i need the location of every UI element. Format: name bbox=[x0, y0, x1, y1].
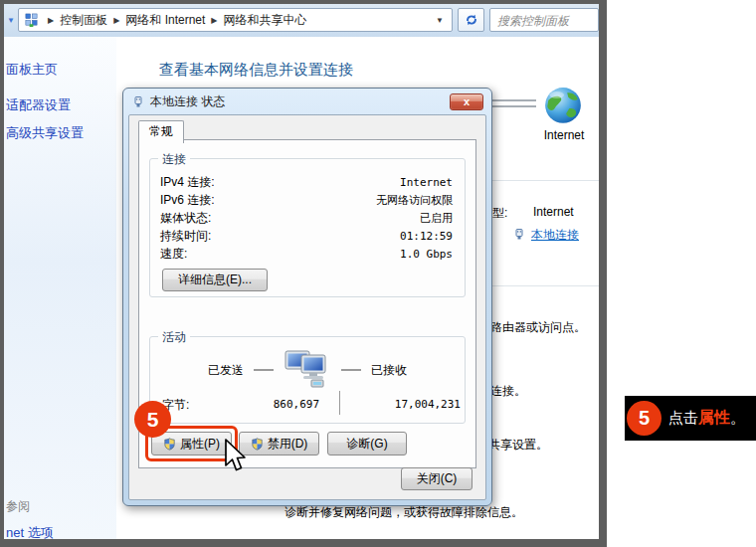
annotation-step-badge: 5 bbox=[627, 401, 662, 436]
sidebar-item-internet-options[interactable]: net 选项 bbox=[6, 524, 54, 539]
breadcrumb-separator-icon: ▶ bbox=[113, 16, 119, 25]
dialog-titlebar: 本地连接 状态 bbox=[123, 89, 491, 114]
connection-icon bbox=[513, 227, 525, 245]
annotation-text: 点击属性。 bbox=[668, 408, 745, 429]
status-row: 持续时间: 01:12:59 bbox=[160, 227, 453, 245]
access-type-label: 型: bbox=[492, 205, 507, 222]
step-badge: 5 bbox=[134, 401, 171, 438]
received-label: 已接收 bbox=[371, 362, 407, 379]
clipped-task-text: 连接。 bbox=[490, 383, 526, 400]
local-connection-link[interactable]: 本地连接 bbox=[531, 227, 579, 244]
disable-button-label: 禁用(D) bbox=[268, 436, 308, 453]
disable-button[interactable]: 禁用(D) bbox=[239, 432, 319, 456]
row-label: IPv6 连接: bbox=[160, 192, 215, 209]
sidebar: 面板主页 适配器设置 高级共享设置 参阅 net 选项 bbox=[4, 37, 116, 539]
bytes-received-value: 17,004,231 bbox=[349, 398, 461, 411]
activity-row: 已发送 bbox=[150, 349, 465, 391]
breadcrumb-item-network-sharing-center[interactable]: 网络和共享中心 bbox=[224, 12, 307, 29]
dialog-body: 常规 连接 IPv4 连接: Internet IPv6 连接: 无网络访问权限 bbox=[128, 114, 486, 500]
diagnose-button[interactable]: 诊断(G) bbox=[327, 432, 407, 456]
annotation-text-suffix: 。 bbox=[730, 409, 745, 426]
value-divider bbox=[339, 391, 340, 415]
row-value: 已启用 bbox=[420, 211, 453, 226]
properties-button[interactable]: 属性(P) bbox=[151, 432, 232, 456]
activity-group-label: 活动 bbox=[158, 329, 190, 346]
uac-shield-icon bbox=[251, 438, 264, 451]
close-dialog-button[interactable]: 关闭(C) bbox=[401, 467, 472, 490]
search-input[interactable]: 搜索控制面板 bbox=[497, 13, 569, 30]
row-value: 无网络访问权限 bbox=[376, 193, 453, 208]
local-connection-status-dialog: 本地连接 状态 x 常规 连接 IPv4 连接: Internet IPv6 连… bbox=[122, 88, 492, 506]
sidebar-item-advanced-sharing-settings[interactable]: 高级共享设置 bbox=[6, 124, 84, 142]
uac-shield-icon bbox=[163, 438, 176, 451]
network-sharing-center-icon bbox=[24, 13, 39, 28]
sidebar-item-change-adapter-settings[interactable]: 适配器设置 bbox=[6, 96, 71, 114]
connector-line bbox=[341, 369, 361, 371]
close-icon: x bbox=[464, 95, 470, 107]
access-type-value: Internet bbox=[533, 205, 574, 219]
connection-group-label: 连接 bbox=[158, 151, 190, 168]
address-bar: ▼ ▶ 控制面板 ▶ 网络和 Internet ▶ 网络和共享中心 bbox=[4, 4, 599, 37]
cursor-icon bbox=[223, 439, 249, 478]
details-button-label: 详细信息(E)... bbox=[178, 272, 252, 288]
network-map-line bbox=[490, 99, 536, 107]
troubleshoot-text: 诊断并修复网络问题，或获得故障排除信息。 bbox=[284, 504, 523, 521]
window-content: ▼ ▶ 控制面板 ▶ 网络和 Internet ▶ 网络和共享中心 bbox=[4, 4, 599, 539]
page-title: 查看基本网络信息并设置连接 bbox=[159, 61, 353, 80]
status-row: 速度: 1.0 Gbps bbox=[160, 245, 453, 263]
properties-button-label: 属性(P) bbox=[180, 436, 220, 453]
bytes-sent-value: 860,697 bbox=[210, 398, 319, 411]
row-label: IPv4 连接: bbox=[160, 174, 215, 191]
breadcrumb-item-control-panel[interactable]: 控制面板 bbox=[60, 12, 107, 29]
computers-icon bbox=[284, 349, 331, 392]
dialog-title: 本地连接 状态 bbox=[150, 93, 225, 110]
row-label: 媒体状态: bbox=[160, 210, 211, 227]
status-row: IPv6 连接: 无网络访问权限 bbox=[160, 191, 453, 209]
connection-icon bbox=[132, 95, 144, 108]
network-map-internet-label: Internet bbox=[535, 128, 593, 142]
status-row: IPv4 连接: Internet bbox=[160, 173, 453, 191]
breadcrumb-separator-icon: ▶ bbox=[211, 16, 217, 25]
internet-globe-icon bbox=[542, 86, 584, 131]
explorer-window: ▼ ▶ 控制面板 ▶ 网络和 Internet ▶ 网络和共享中心 bbox=[0, 0, 607, 547]
row-label: 速度: bbox=[160, 246, 187, 263]
details-button[interactable]: 详细信息(E)... bbox=[162, 269, 268, 291]
breadcrumb-dropdown-icon[interactable]: ▼ bbox=[436, 16, 444, 25]
tab-general[interactable]: 常规 bbox=[138, 120, 184, 143]
clipped-task-text: 路由器或访问点。 bbox=[490, 319, 586, 336]
row-value: 1.0 Gbps bbox=[400, 248, 453, 261]
breadcrumb: ▶ 控制面板 ▶ 网络和 Internet ▶ 网络和共享中心 ▼ bbox=[18, 8, 453, 32]
refresh-button[interactable] bbox=[458, 8, 484, 32]
connection-groupbox: 连接 IPv4 连接: Internet IPv6 连接: 无网络访问权限 媒体… bbox=[149, 158, 466, 297]
refresh-icon bbox=[465, 13, 478, 27]
clipped-task-text: 共享设置。 bbox=[488, 437, 548, 454]
row-label: 持续时间: bbox=[160, 228, 211, 245]
nav-history-caret-icon[interactable]: ▼ bbox=[7, 16, 15, 25]
annotation-label: 5 点击属性。 bbox=[625, 396, 756, 441]
sent-label: 已发送 bbox=[208, 362, 244, 379]
annotation-text-prefix: 点击 bbox=[668, 409, 698, 426]
tab-page: 连接 IPv4 连接: Internet IPv6 连接: 无网络访问权限 媒体… bbox=[138, 139, 476, 468]
breadcrumb-item-network-internet[interactable]: 网络和 Internet bbox=[125, 12, 205, 29]
close-button[interactable]: x bbox=[450, 93, 483, 110]
annotation-text-highlight: 属性 bbox=[698, 409, 730, 426]
status-row: 媒体状态: 已启用 bbox=[160, 209, 453, 227]
sidebar-item-control-panel-home[interactable]: 面板主页 bbox=[6, 61, 58, 79]
see-also-header: 参阅 bbox=[6, 498, 30, 515]
row-value: 01:12:59 bbox=[400, 230, 453, 243]
activity-groupbox: 活动 已发送 bbox=[149, 336, 466, 424]
close-dialog-button-label: 关闭(C) bbox=[417, 470, 458, 487]
search-box[interactable]: 搜索控制面板 bbox=[489, 8, 599, 32]
row-value: Internet bbox=[400, 176, 453, 189]
breadcrumb-separator-icon: ▶ bbox=[48, 16, 54, 25]
connector-line bbox=[254, 369, 274, 371]
diagnose-button-label: 诊断(G) bbox=[346, 436, 387, 453]
